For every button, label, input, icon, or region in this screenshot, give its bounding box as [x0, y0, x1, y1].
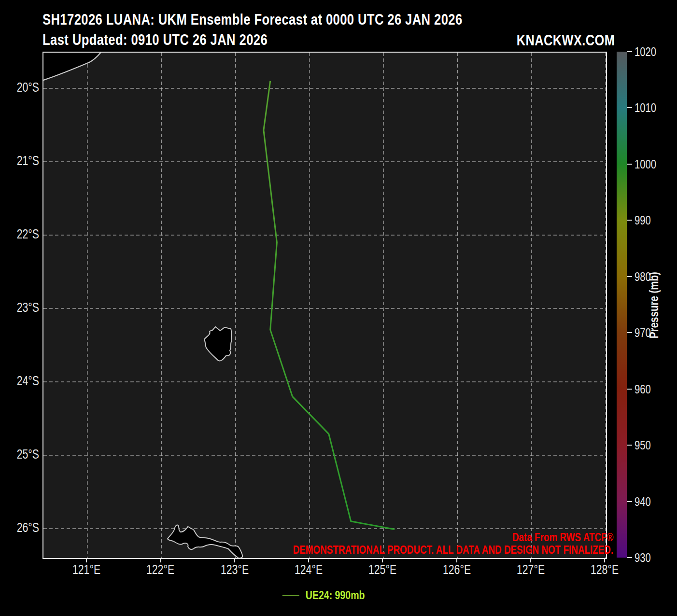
x-tickmark: [234, 559, 235, 562]
graticule: [43, 53, 606, 558]
lake-outline-carnegie: [168, 525, 242, 558]
ocean-coastline: [43, 53, 102, 81]
data-source-note: Data From RWS ATCF®: [512, 531, 613, 544]
page-subtitle: Last Updated: 0910 UTC 26 JAN 2026: [42, 31, 268, 49]
legend: UE24: 990mb: [282, 589, 375, 602]
forecast-track-ue24: [264, 81, 395, 530]
colorbar-tickmark: [627, 51, 632, 52]
colorbar-tickmark: [627, 557, 632, 558]
colorbar-tickmark: [627, 107, 632, 108]
x-tickmark: [456, 559, 457, 562]
x-tickmark: [308, 559, 309, 562]
colorbar-tick-label: 930: [635, 551, 651, 564]
colorbar-tickmark: [627, 276, 632, 277]
demo-product-note: DEMONSTRATIONAL PRODUCT. ALL DATA AND DE…: [293, 544, 613, 557]
colorbar-tickmark: [627, 389, 632, 390]
y-tick-label: 24°S: [17, 374, 39, 388]
x-tick-label: 123°E: [220, 563, 248, 576]
colorbar-tick-label: 940: [635, 495, 651, 508]
colorbar-tickmark: [627, 164, 632, 165]
colorbar-tickmark: [627, 445, 632, 446]
colorbar-tick-label: 1010: [635, 101, 656, 114]
x-tickmark: [382, 559, 383, 562]
x-tick-label: 126°E: [442, 563, 470, 576]
colorbar-tick-label: 990: [635, 213, 651, 227]
x-tick-label: 121°E: [72, 563, 100, 576]
colorbar-tickmark: [627, 501, 632, 502]
legend-label: UE24: 990mb: [306, 589, 365, 602]
y-tick-label: 26°S: [17, 521, 39, 534]
brand-logo: KNACKWX.COM: [516, 32, 615, 49]
map-svg: [43, 53, 606, 558]
weather-map-figure: SH172026 LUANA: UKM Ensemble Forecast at…: [0, 0, 677, 616]
colorbar-tick-label: 950: [635, 438, 651, 452]
colorbar-tickmark: [627, 220, 632, 221]
x-tickmark: [530, 559, 531, 562]
x-tick-label: 125°E: [368, 563, 396, 576]
colorbar-tickmark: [627, 332, 632, 333]
page-title: SH172026 LUANA: UKM Ensemble Forecast at…: [42, 11, 463, 28]
x-tickmark: [604, 559, 605, 562]
y-tick-label: 23°S: [17, 301, 39, 314]
x-tickmark: [86, 559, 87, 562]
x-tick-label: 122°E: [146, 563, 174, 576]
colorbar-tick-label: 960: [635, 382, 651, 396]
y-tick-label: 25°S: [17, 448, 39, 461]
lake-outline-disappointment: [204, 327, 232, 361]
y-tick-label: 21°S: [17, 154, 39, 168]
y-tick-label: 20°S: [17, 81, 39, 94]
colorbar-tick-label: 1020: [635, 45, 656, 58]
x-tick-label: 127°E: [517, 563, 545, 576]
pressure-colorbar: [617, 52, 627, 558]
colorbar-axis-label: Pressure (mb): [647, 272, 661, 338]
y-tick-label: 22°S: [17, 227, 39, 241]
x-tickmark: [160, 559, 161, 562]
x-tick-label: 124°E: [295, 563, 323, 576]
x-tick-label: 128°E: [591, 563, 619, 576]
map-area: [42, 52, 607, 559]
colorbar-tick-label: 1000: [635, 157, 656, 171]
legend-line-swatch: [282, 595, 299, 596]
